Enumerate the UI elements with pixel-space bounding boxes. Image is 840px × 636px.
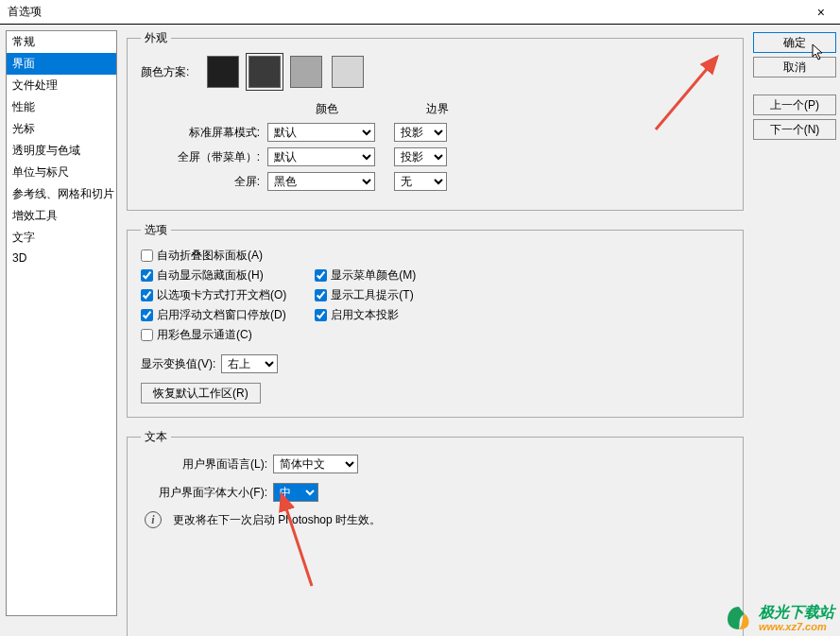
- next-button[interactable]: 下一个(N): [753, 119, 836, 140]
- check-auto-collapse[interactable]: 自动折叠图标面板(A): [141, 248, 286, 264]
- appearance-group: 外观 颜色方案: 颜色 边界 标准屏幕模式: 默认 投影 全屏（带菜单）:: [127, 30, 744, 211]
- select-fsmenu-color[interactable]: 默认: [267, 147, 375, 166]
- color-swatch-lightest[interactable]: [332, 56, 364, 88]
- check-open-tabs[interactable]: 以选项卡方式打开文档(O): [141, 287, 286, 303]
- color-scheme-label: 颜色方案:: [141, 64, 197, 80]
- dialog-title: 首选项: [8, 4, 42, 20]
- color-swatch-dark[interactable]: [249, 56, 281, 88]
- select-ui-language[interactable]: 简体中文: [273, 455, 358, 473]
- close-icon[interactable]: ×: [810, 5, 832, 20]
- sidebar-item-type[interactable]: 文字: [7, 227, 116, 249]
- header-border: 边界: [400, 101, 475, 117]
- select-ui-font-size[interactable]: 中: [273, 483, 318, 502]
- ok-button[interactable]: 确定: [753, 32, 836, 53]
- sidebar-item-performance[interactable]: 性能: [7, 96, 116, 118]
- select-standard-border[interactable]: 投影: [394, 123, 447, 142]
- check-auto-show-hidden[interactable]: 自动显示隐藏面板(H): [141, 267, 286, 284]
- label-standard-screen: 标准屏幕模式:: [141, 125, 267, 141]
- sidebar-item-transparency[interactable]: 透明度与色域: [7, 140, 116, 162]
- check-color-channels[interactable]: 用彩色显示通道(C): [141, 327, 286, 343]
- color-swatch-light[interactable]: [290, 56, 322, 88]
- sidebar-item-units[interactable]: 单位与标尺: [7, 162, 116, 183]
- sidebar-item-plugins[interactable]: 增效工具: [7, 205, 116, 227]
- action-buttons: 确定 取消 上一个(P) 下一个(N): [753, 30, 836, 616]
- select-transform-pos[interactable]: 右上: [221, 354, 278, 373]
- info-icon: i: [145, 511, 162, 528]
- sidebar-item-cursors[interactable]: 光标: [7, 118, 116, 140]
- text-group: 文本 用户界面语言(L): 简体中文 用户界面字体大小(F): 中 i 更改将在…: [127, 429, 744, 636]
- sidebar-item-file-handling[interactable]: 文件处理: [7, 75, 116, 96]
- sidebar-item-interface[interactable]: 界面: [7, 53, 116, 75]
- select-fs-color[interactable]: 黑色: [267, 172, 375, 191]
- sidebar-item-3d[interactable]: 3D: [7, 249, 116, 267]
- color-swatch-darkest[interactable]: [207, 56, 239, 88]
- options-group: 选项 自动折叠图标面板(A) 自动显示隐藏面板(H) 以选项卡方式打开文档(O)…: [127, 222, 744, 418]
- select-fs-border[interactable]: 无: [394, 172, 447, 191]
- category-list: 常规 界面 文件处理 性能 光标 透明度与色域 单位与标尺 参考线、网格和切片 …: [6, 30, 117, 616]
- check-floating-docking[interactable]: 启用浮动文档窗口停放(D): [141, 307, 286, 323]
- select-standard-color[interactable]: 默认: [267, 123, 375, 142]
- ui-language-label: 用户界面语言(L):: [141, 456, 273, 473]
- cancel-button[interactable]: 取消: [753, 57, 836, 77]
- label-fullscreen-menu: 全屏（带菜单）:: [141, 149, 267, 165]
- text-legend: 文本: [141, 429, 171, 445]
- check-text-shadow[interactable]: 启用文本投影: [315, 307, 416, 323]
- info-message: 更改将在下一次启动 Photoshop 时生效。: [173, 512, 381, 528]
- header-color: 颜色: [273, 101, 381, 117]
- check-show-tooltips[interactable]: 显示工具提示(T): [315, 287, 416, 303]
- watermark-url: www.xz7.com: [759, 621, 834, 632]
- reset-workspace-button[interactable]: 恢复默认工作区(R): [141, 383, 261, 404]
- check-show-menu-colors[interactable]: 显示菜单颜色(M): [315, 267, 416, 284]
- main-panel: 外观 颜色方案: 颜色 边界 标准屏幕模式: 默认 投影 全屏（带菜单）:: [123, 30, 747, 616]
- appearance-legend: 外观: [141, 30, 171, 46]
- ui-font-label: 用户界面字体大小(F):: [141, 485, 273, 501]
- options-legend: 选项: [141, 222, 171, 238]
- sidebar-item-general[interactable]: 常规: [7, 31, 116, 53]
- select-fsmenu-border[interactable]: 投影: [394, 147, 447, 166]
- label-fullscreen: 全屏:: [141, 174, 267, 190]
- prev-button[interactable]: 上一个(P): [753, 95, 836, 115]
- sidebar-item-guides[interactable]: 参考线、网格和切片: [7, 183, 116, 205]
- transform-label: 显示变换值(V):: [141, 356, 215, 372]
